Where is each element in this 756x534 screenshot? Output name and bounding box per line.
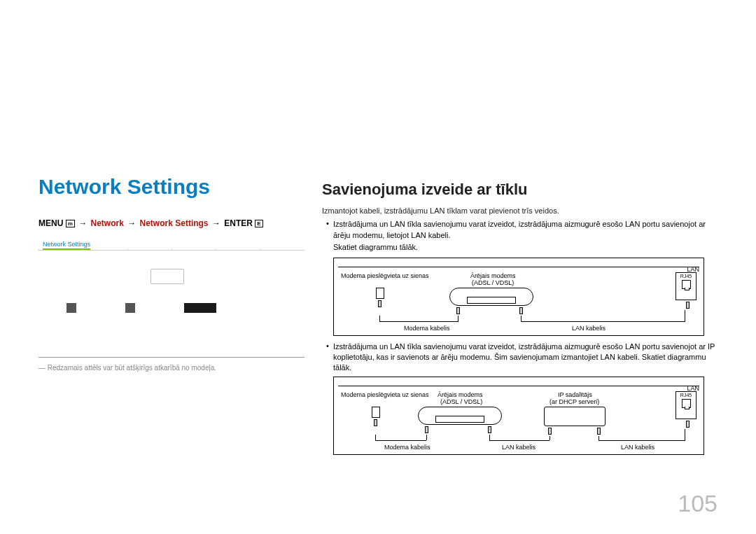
modem-ports: [435, 416, 484, 423]
menu-icon: m: [66, 220, 75, 227]
device-icons: [66, 303, 216, 313]
modem-cable-label: Modema kabelis: [384, 444, 430, 451]
port-icon: [682, 280, 691, 289]
bullet-icon: •: [322, 342, 333, 374]
rj45-label: RJ45: [680, 393, 692, 398]
lan-cable-label: LAN kabelis: [572, 325, 606, 332]
plug-icon: [488, 426, 491, 433]
see-diagram: Skatiet diagrammu tālāk.: [333, 242, 721, 253]
footnote: ― Redzamais attēls var būt atšķirīgs atk…: [38, 364, 216, 372]
diagram-divider: LAN: [338, 386, 699, 386]
plug-icon: [686, 302, 690, 309]
router-label: IP sadalītājs: [558, 391, 592, 398]
plug-icon: [378, 300, 382, 307]
enter-label: ENTER: [224, 218, 253, 228]
arrow-icon: →: [212, 218, 220, 228]
device-icon: [66, 303, 76, 313]
arrow-icon: →: [78, 218, 87, 228]
page-number: 105: [678, 490, 718, 517]
modem-cable-label: Modema kabelis: [404, 325, 450, 332]
tab-separator: [38, 249, 304, 251]
subheading: Savienojuma izveide ar tīklu: [322, 181, 721, 199]
modem-sublabel: (ADSL / VDSL): [472, 279, 514, 286]
right-column: Savienojuma izveide ar tīklu Izmantojot …: [322, 181, 721, 461]
modem-label: Ārējais modems: [438, 391, 483, 398]
left-column: Network Settings MENU m → Network → Netw…: [38, 175, 304, 328]
router-sublabel: (ar DHCP serveri): [550, 398, 599, 405]
plug-icon: [548, 428, 552, 435]
bullet-item: • Izstrādājuma un LAN tīkla savienojumu …: [322, 342, 721, 374]
wall-label: Modema pieslēgvieta uz sienas: [341, 391, 429, 398]
lan-cable-label-2: LAN kabelis: [621, 444, 654, 451]
wiring-diagram-1: LAN Modema pieslēgvieta uz sienas Ārējai…: [333, 258, 704, 336]
bullet-icon: •: [322, 219, 333, 241]
rj45-port: RJ45: [676, 391, 696, 419]
wall-jack-icon: [376, 288, 384, 299]
rj45-port: RJ45: [676, 272, 696, 300]
modem-label: Ārējais modems: [470, 272, 516, 279]
ui-screenshot: Network Settings: [38, 237, 304, 328]
wall-label: Modema pieslēgvieta uz sienas: [341, 272, 429, 279]
manual-page: Network Settings MENU m → Network → Netw…: [0, 0, 756, 534]
plug-icon: [425, 426, 428, 433]
diagram-divider: LAN: [338, 267, 699, 267]
plug-icon: [374, 419, 377, 426]
plug-icon: [597, 428, 601, 435]
path-network: Network: [91, 218, 124, 228]
plug-icon: [456, 307, 460, 314]
lan-cable-label-1: LAN kabelis: [502, 444, 536, 451]
router-icon: [544, 407, 606, 426]
modem-ports: [467, 297, 516, 304]
device-icon: [125, 303, 135, 313]
rj45-label: RJ45: [680, 274, 692, 279]
plug-icon: [686, 421, 690, 428]
port-icon: [682, 399, 691, 408]
enter-icon: E: [255, 220, 262, 227]
intro-text: Izmantojot kabeli, izstrādājumu LAN tīkl…: [322, 206, 721, 216]
arrow-icon: →: [127, 218, 136, 228]
menu-label: MENU: [38, 218, 63, 228]
bullet-item: • Izstrādājuma un LAN tīkla savienojumu …: [322, 219, 721, 241]
bullet-text: Izstrādājuma un LAN tīkla savienojumu va…: [333, 219, 721, 241]
path-network-settings: Network Settings: [140, 218, 209, 228]
ui-tile: [150, 269, 184, 284]
wall-jack-icon: [372, 407, 380, 418]
divider: [38, 357, 304, 358]
menu-path: MENU m → Network → Network Settings → EN…: [38, 218, 304, 228]
device-icon: [184, 303, 216, 313]
plug-icon: [519, 307, 523, 314]
section-title: Network Settings: [38, 175, 304, 199]
wiring-diagram-2: LAN Modema pieslēgvieta uz sienas Ārējai…: [333, 377, 704, 455]
modem-sublabel: (ADSL / VDSL): [440, 398, 482, 405]
bullet-text: Izstrādājuma un LAN tīkla savienojumu va…: [333, 342, 721, 374]
